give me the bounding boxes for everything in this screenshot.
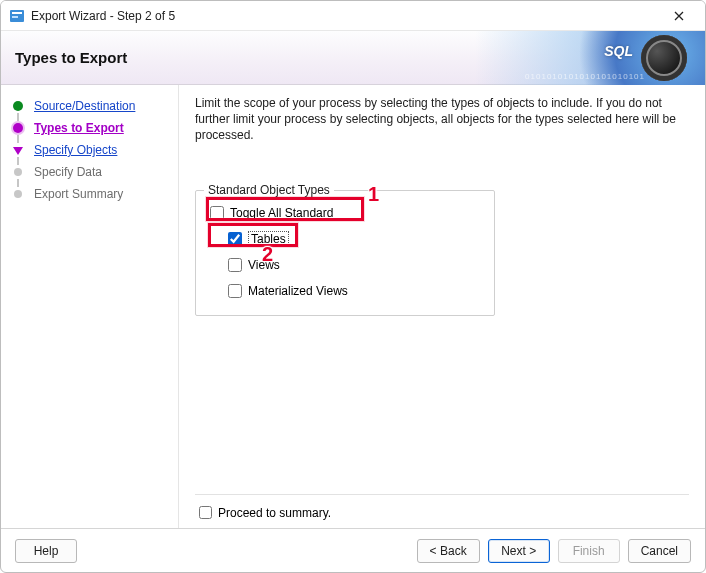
window-title: Export Wizard - Step 2 of 5 xyxy=(31,9,659,23)
step-specify-objects[interactable]: Specify Objects xyxy=(1,139,178,161)
annotation-callout-2: 2 xyxy=(262,243,273,266)
close-icon xyxy=(674,11,684,21)
wizard-footer: Help < Back Next > Finish Cancel xyxy=(1,528,705,572)
close-button[interactable] xyxy=(659,3,699,28)
step-label[interactable]: Types to Export xyxy=(34,121,124,135)
matviews-label[interactable]: Materialized Views xyxy=(248,284,348,298)
step-node-pending-icon xyxy=(11,187,25,201)
disc-icon xyxy=(641,35,687,81)
app-icon xyxy=(9,8,25,24)
views-checkbox[interactable] xyxy=(228,258,242,272)
toggle-all-label[interactable]: Toggle All Standard xyxy=(230,206,333,220)
wizard-banner: Types to Export SQL 01010101010101010101… xyxy=(1,31,705,85)
help-button[interactable]: Help xyxy=(15,539,77,563)
wizard-main: Limit the scope of your process by selec… xyxy=(179,85,705,528)
titlebar: Export Wizard - Step 2 of 5 xyxy=(1,1,705,31)
finish-button: Finish xyxy=(558,539,620,563)
banner-art: SQL 0101010101010101010101 xyxy=(475,31,705,85)
group-legend: Standard Object Types xyxy=(204,183,334,197)
next-button[interactable]: Next > xyxy=(488,539,550,563)
matviews-row[interactable]: Materialized Views xyxy=(228,279,480,303)
standard-object-types-group: Standard Object Types Toggle All Standar… xyxy=(195,190,495,316)
step-types-to-export[interactable]: Types to Export xyxy=(1,117,178,139)
sql-text: SQL xyxy=(604,43,633,59)
back-button[interactable]: < Back xyxy=(417,539,480,563)
page-title: Types to Export xyxy=(15,49,127,66)
toggle-all-row[interactable]: Toggle All Standard xyxy=(210,201,480,225)
step-list: Source/Destination Types to Export Speci… xyxy=(1,95,178,205)
binary-text: 0101010101010101010101 xyxy=(525,72,645,81)
proceed-row[interactable]: Proceed to summary. xyxy=(195,494,689,522)
step-node-next-icon xyxy=(11,143,25,157)
proceed-label[interactable]: Proceed to summary. xyxy=(218,506,331,520)
step-specify-data: Specify Data xyxy=(1,161,178,183)
step-export-summary: Export Summary xyxy=(1,183,178,205)
proceed-checkbox[interactable] xyxy=(199,506,212,519)
matviews-checkbox[interactable] xyxy=(228,284,242,298)
cancel-button[interactable]: Cancel xyxy=(628,539,691,563)
wizard-sidebar: Source/Destination Types to Export Speci… xyxy=(1,85,179,528)
step-node-done-icon xyxy=(11,99,25,113)
toggle-all-checkbox[interactable] xyxy=(210,206,224,220)
svg-rect-1 xyxy=(12,12,22,14)
export-wizard-window: Export Wizard - Step 2 of 5 Types to Exp… xyxy=(0,0,706,573)
annotation-callout-1: 1 xyxy=(368,183,379,206)
step-label: Export Summary xyxy=(34,187,123,201)
step-label: Specify Data xyxy=(34,165,102,179)
wizard-body: Source/Destination Types to Export Speci… xyxy=(1,85,705,528)
instruction-text: Limit the scope of your process by selec… xyxy=(195,95,687,144)
step-source-destination[interactable]: Source/Destination xyxy=(1,95,178,117)
step-label[interactable]: Specify Objects xyxy=(34,143,117,157)
tables-checkbox[interactable] xyxy=(228,232,242,246)
svg-rect-2 xyxy=(12,16,18,18)
step-node-current-icon xyxy=(11,121,25,135)
step-label[interactable]: Source/Destination xyxy=(34,99,135,113)
step-node-pending-icon xyxy=(11,165,25,179)
